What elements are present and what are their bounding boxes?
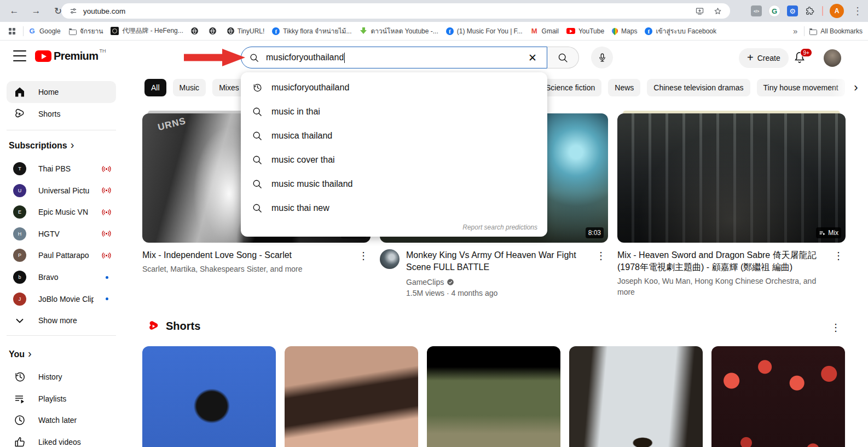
create-button[interactable]: + Create: [739, 48, 789, 68]
site-controls-icon[interactable]: [69, 7, 78, 15]
folder-icon: [809, 27, 817, 35]
bookmark-item[interactable]: เข้าสู่ระบบ Facebook: [645, 26, 716, 36]
search-suggestion[interactable]: musicforyouthailand: [241, 76, 547, 100]
apps-grid-icon[interactable]: [9, 28, 15, 35]
youtube-premium-logo[interactable]: Premium TH: [35, 50, 106, 62]
notifications-button[interactable]: 9+: [792, 50, 809, 67]
video-title[interactable]: Mix - Independent Love Song - Scarlet: [142, 249, 356, 261]
short-thumbnail[interactable]: [285, 346, 418, 447]
search-suggestion[interactable]: music music thailand: [241, 172, 547, 196]
forward-icon[interactable]: →: [30, 5, 43, 16]
thumbnail-sign-text: URNS: [157, 116, 187, 133]
sidebar-subscription-item[interactable]: P Paul Pattarapon ...: [0, 244, 124, 266]
sidebar-subscription-item[interactable]: U Universal Picture...: [0, 180, 124, 202]
back-icon[interactable]: ←: [8, 5, 21, 16]
live-badge-icon: [101, 209, 112, 216]
sidebar-subscription-item[interactable]: J JoBlo Movie Clips: [0, 288, 124, 310]
search-input[interactable]: musicforyouthailand ✕: [241, 47, 547, 68]
you-header[interactable]: You ›: [9, 348, 32, 360]
extensions-puzzle-icon[interactable]: [805, 5, 815, 16]
voice-search-button[interactable]: [591, 47, 613, 68]
sidebar-item-watch-later[interactable]: Watch later: [0, 409, 124, 431]
all-bookmarks-label: All Bookmarks: [820, 27, 863, 35]
video-thumbnail[interactable]: Mix: [617, 113, 846, 243]
bookmark-item[interactable]: (1) Music For You | F...: [446, 27, 523, 35]
show-more-button[interactable]: Show more: [0, 310, 124, 331]
filter-chip[interactable]: Music: [173, 79, 206, 96]
filter-chip[interactable]: All: [144, 79, 166, 96]
report-predictions-link[interactable]: Report search predictions: [241, 220, 547, 232]
video-title[interactable]: Mix - Heaven Sword and Dragon Sabre 倚天屠龍…: [617, 249, 831, 273]
bookmark-item[interactable]: Maps: [612, 27, 637, 35]
channel-name[interactable]: GameClips: [406, 277, 444, 288]
youtube-home-screenshot: ← → ↻ youtube.com </> G: [0, 0, 868, 447]
video-menu-icon[interactable]: ⋮: [356, 249, 371, 274]
bookmark-item[interactable]: ดาวน์โหลด Youtube -...: [360, 26, 438, 36]
account-avatar[interactable]: [824, 49, 841, 67]
short-thumbnail[interactable]: [711, 346, 845, 447]
bookmark-item[interactable]: TinyURL!: [227, 27, 265, 35]
sidebar-label: Shorts: [38, 110, 60, 118]
bookmark-item[interactable]: Gmail: [530, 27, 559, 35]
sidebar-item-shorts[interactable]: Shorts: [7, 103, 116, 125]
playlist-play-icon: [819, 230, 826, 237]
clear-search-icon[interactable]: ✕: [526, 51, 539, 64]
hamburger-menu-icon[interactable]: [13, 50, 26, 61]
show-more-label: Show more: [38, 316, 77, 325]
bookmark-item[interactable]: Tikky flora จำหน่ายไม้...: [272, 26, 351, 36]
url-text[interactable]: youtube.com: [83, 7, 125, 15]
grammarly-extension-icon[interactable]: G: [768, 5, 780, 17]
mix-badge: Mix: [816, 227, 841, 238]
bookmark-item[interactable]: Google: [28, 27, 61, 35]
bookmarks-overflow-chevron[interactable]: »: [791, 26, 800, 36]
search-suggestion[interactable]: music in thai: [241, 100, 547, 124]
channel-name: Epic Music VN: [38, 208, 88, 216]
search-button[interactable]: [547, 47, 579, 68]
video-menu-icon[interactable]: ⋮: [831, 249, 846, 297]
chips-next-chevron[interactable]: ›: [848, 80, 864, 95]
sidebar-subscription-item[interactable]: H HGTV: [0, 223, 124, 245]
sidebar-divider: [7, 130, 116, 130]
bookmark-star-icon[interactable]: [713, 7, 722, 16]
bookmark-item[interactable]: YouTube: [566, 27, 604, 35]
video-subtitle[interactable]: Joseph Koo, Wu Man, Hong Kong Chinese Or…: [617, 276, 831, 297]
search-suggestion[interactable]: musica thailand: [241, 124, 547, 148]
verified-badge-icon: [447, 278, 454, 286]
search-suggestion[interactable]: music thai new: [241, 196, 547, 220]
channel-name: Paul Pattarapon ...: [38, 251, 89, 260]
channel-avatar[interactable]: [380, 249, 400, 269]
sidebar-subscription-item[interactable]: T Thai PBS: [0, 158, 124, 180]
search-suggestion[interactable]: music cover thai: [241, 148, 547, 172]
install-icon[interactable]: [695, 7, 704, 16]
short-thumbnail[interactable]: [569, 346, 703, 447]
sidebar-subscription-item[interactable]: E Epic Music VN: [0, 201, 124, 223]
bookmark-item[interactable]: [191, 27, 201, 35]
sidebar-subscription-item[interactable]: b Bravo: [0, 266, 124, 288]
browser-menu-icon[interactable]: ⋮: [850, 4, 865, 18]
sidebar-item-liked-videos[interactable]: Liked videos: [0, 431, 124, 447]
subscriptions-header[interactable]: Subscriptions ›: [9, 140, 74, 151]
video-menu-icon[interactable]: ⋮: [594, 249, 608, 299]
filter-chip[interactable]: Chinese television dramas: [647, 79, 750, 96]
sidebar-item-home[interactable]: Home: [7, 81, 116, 103]
address-bar[interactable]: youtube.com: [61, 3, 730, 19]
video-subtitle[interactable]: Scarlet, Martika, Shakespears Sister, an…: [142, 263, 356, 274]
short-thumbnail[interactable]: [427, 346, 560, 447]
all-bookmarks-button[interactable]: All Bookmarks: [809, 27, 863, 35]
sidebar-item-playlists[interactable]: Playlists: [0, 388, 124, 410]
sidebar-item-history[interactable]: History: [0, 366, 124, 388]
bookmark-item[interactable]: [209, 27, 219, 35]
short-thumbnail[interactable]: [142, 346, 276, 447]
sidebar-label: Liked videos: [38, 438, 81, 446]
bookmark-item[interactable]: 代理品牌 - HeFeng...: [111, 26, 183, 36]
devtools-extension-icon[interactable]: </>: [751, 5, 762, 16]
filter-chip[interactable]: News: [608, 79, 640, 96]
shorts-menu-icon[interactable]: ⋮: [829, 321, 843, 334]
bookmark-item[interactable]: จักรยาน: [68, 26, 103, 36]
browser-profile-avatar[interactable]: A: [830, 4, 844, 18]
channel-row[interactable]: GameClips: [406, 277, 594, 288]
filter-chip[interactable]: Science fiction: [539, 79, 601, 96]
channel-avatar: P: [13, 249, 26, 262]
idm-extension-icon[interactable]: ⚙: [787, 5, 798, 16]
video-title[interactable]: Monkey King Vs Army Of Heaven War Fight …: [406, 249, 594, 273]
